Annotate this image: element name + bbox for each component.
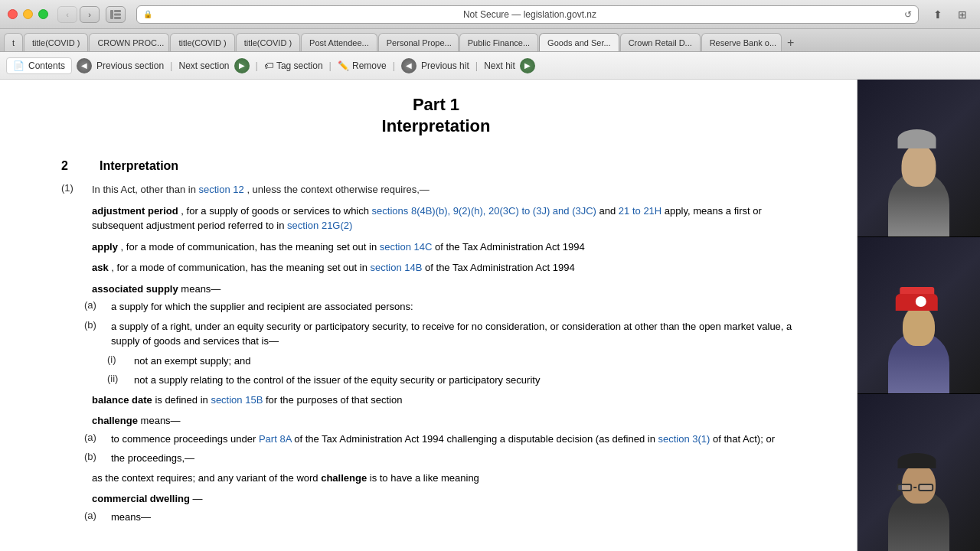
separator-5: | [474,60,479,71]
minimize-button[interactable] [23,9,33,19]
remove-icon: ✏️ [338,60,349,71]
term-challenge: challenge [92,415,138,426]
prev-section-button[interactable]: Previous section [96,60,164,71]
def-ap-text2: and [599,205,619,217]
video-feed-1 [858,80,980,236]
section-21g2-link[interactable]: section 21G(2) [287,220,352,231]
term-balance-date: balance date [92,394,152,406]
tab-label: title(COVID ) [32,38,80,47]
def-apply-text2: of the Tax Administration Act 1994 [435,241,585,253]
share-button[interactable]: ⬆ [928,6,948,23]
contents-icon: 📄 [13,60,24,71]
cd-a-num: (a) [84,510,111,525]
commercial-dwelling-a: (a) means— [61,510,811,525]
sidebar-toggle-button[interactable] [106,6,126,23]
associated-supply-b-ii: (ii) not a supply relating to the contro… [61,373,811,388]
part-8a-link[interactable]: Part 8A [259,433,292,445]
next-hit-button[interactable]: Next hit [484,60,515,71]
tab-4[interactable]: title(COVID ) [170,33,234,51]
tab-label: CROWN PROC... [97,38,164,47]
tab-3[interactable]: CROWN PROC... [89,33,169,51]
associated-supply-b-i: (i) not an exempt supply; and [61,354,811,369]
challenge-a-content: to commence proceedings under Part 8A of… [111,432,811,447]
tab-8[interactable]: Public Finance... [459,33,538,51]
remove-button[interactable]: ✏️ Remove [338,60,387,71]
maximize-button[interactable] [38,9,48,19]
def-ask-text2: of the Tax Administration Act 1994 [425,262,575,273]
associated-supply-a: (a) a supply for which the supplier and … [61,299,811,315]
tag-section-button[interactable]: 🏷 Tag section [264,60,323,71]
sections-link-1[interactable]: sections 8(4B)(b), 9(2)(h), 20(3C) to (3… [372,205,596,217]
tab-label: Personal Prope... [387,38,452,47]
close-button[interactable] [8,9,18,19]
contents-button[interactable]: 📄 Contents [6,57,72,74]
tab-label: Public Finance... [468,38,530,47]
tab-2[interactable]: title(COVID ) [24,33,88,51]
next-hit-circle-button[interactable]: ▶ [520,58,535,73]
tab-10[interactable]: Crown Retail D... [620,33,701,51]
back-button[interactable]: ‹ [57,6,77,23]
traffic-lights [8,9,48,19]
browser-nav-buttons: ‹ › [57,6,100,23]
subsec-num-1: (1) [61,182,92,197]
svg-rect-2 [114,13,121,15]
hat-emblem-2 [916,296,926,307]
def-as-text: means— [181,283,220,295]
subsec-intro-text: In this Act, other than in [92,184,198,195]
tab-11[interactable]: Reserve Bank o... [701,33,782,51]
tab-9[interactable]: Goods and Ser... [539,33,619,51]
address-bar[interactable]: 🔒 Not Secure — legislation.govt.nz ↺ [136,5,919,24]
subsection-1: (1) In this Act, other than in section 1… [61,182,811,197]
def-challenge-closing: as the context requires; and any variant… [61,471,811,486]
section-14c-link[interactable]: section 14C [380,241,433,253]
sections-21-link[interactable]: 21 to 21H [619,205,662,217]
person-hair-1 [898,129,936,148]
person-face-1 [902,145,936,187]
section-2-header: 2 Interpretation [61,159,811,173]
remove-label: Remove [352,60,387,71]
tab-label: t [12,38,15,47]
url-text: Not Secure — legislation.govt.nz [155,9,904,20]
video-feed-3 [858,394,980,551]
person-face-2 [903,306,935,346]
subsec-rest-text: , unless the context otherwise requires,… [247,184,429,195]
sub-sub-ii-content: not a supply relating to the control of … [134,373,811,388]
term-commercial-dwelling: commercial dwelling [92,493,190,504]
tab-5[interactable]: title(COVID ) [236,33,300,51]
def-balance-date: balance date is defined in section 15B f… [61,393,811,408]
new-tab-plus-button[interactable]: + [782,34,799,51]
next-section-button[interactable]: Next section [178,60,229,71]
prev-section-circle-button[interactable]: ◀ [77,58,92,73]
def-cd-text: — [193,493,203,504]
tab-label: Crown Retail D... [629,38,692,47]
sub-item-a-num: (a) [84,299,111,315]
person-hair-3 [898,453,936,468]
tag-label: Tag section [276,60,323,71]
prev-hit-button[interactable]: Previous hit [421,60,469,71]
cd-a-content: means— [111,510,811,525]
section-3-1-link[interactable]: section 3(1) [658,433,710,445]
prev-hit-circle-button[interactable]: ◀ [401,58,416,73]
forward-button[interactable]: › [80,6,100,23]
term-apply: apply [92,241,118,253]
tab-6[interactable]: Post Attendee... [301,33,377,51]
content-area: Part 1 Interpretation 2 Interpretation (… [0,80,858,551]
term-associated-supply: associated supply [92,283,178,295]
refresh-button[interactable]: ↺ [904,9,912,20]
section-14b-link[interactable]: section 14B [371,262,423,273]
tab-1[interactable]: t [4,33,23,51]
challenge-b-num: (b) [84,451,111,466]
section-15b-link[interactable]: section 15B [211,394,263,406]
section-12-link[interactable]: section 12 [198,184,243,195]
def-apply: apply , for a mode of communication, has… [61,240,811,255]
tab-7[interactable]: Personal Prope... [378,33,459,51]
sub-item-b-num: (b) [84,319,111,349]
challenge-a-num: (a) [84,432,111,447]
tab-label: title(COVID ) [244,38,292,47]
new-tab-button[interactable]: ⊞ [952,6,972,23]
term-challenge-2: challenge [321,472,367,484]
video-sidebar [858,80,980,551]
def-ap-text1: , for a supply of goods or services to w… [181,205,371,217]
def-ask: ask , for a mode of communication, has t… [61,260,811,276]
next-section-circle-button[interactable]: ▶ [234,58,250,73]
